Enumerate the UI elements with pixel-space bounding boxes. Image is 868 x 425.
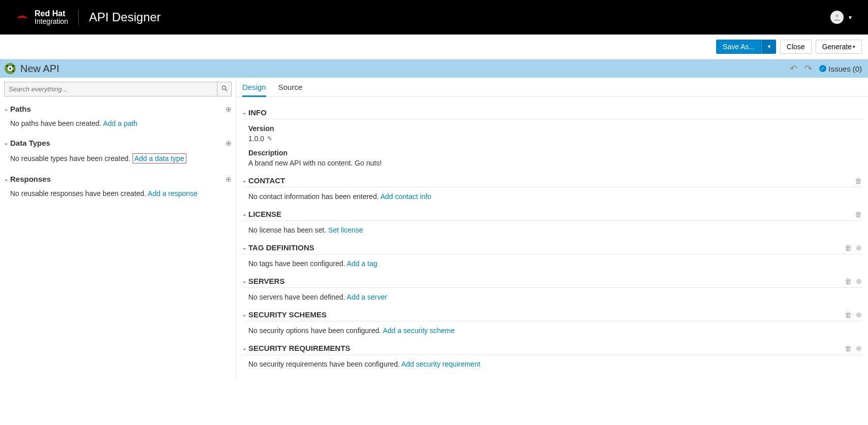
undo-icon[interactable]: ↶: [790, 63, 797, 74]
chevron-down-icon: ⌄: [242, 211, 246, 217]
chevron-down-icon: ⌄: [242, 312, 246, 317]
generate-button[interactable]: Generate▾: [816, 40, 862, 54]
contact-empty: No contact information has been entered.: [248, 192, 379, 201]
add-path-link[interactable]: Add a path: [103, 119, 138, 127]
header-right: ▼: [830, 11, 853, 24]
servers-header[interactable]: ⌄SERVERS 🗑⊕: [242, 277, 862, 288]
user-icon: [832, 13, 842, 22]
datatypes-header[interactable]: ⌄Data Types ⊕: [4, 137, 232, 149]
tags-title: TAG DEFINITIONS: [248, 243, 314, 252]
license-header[interactable]: ⌄LICENSE 🗑: [242, 210, 862, 221]
section-tags: ⌄TAG DEFINITIONS 🗑⊕ No tags have been co…: [242, 243, 862, 268]
add-security-req-link[interactable]: Add security requirement: [401, 360, 480, 368]
add-server-link[interactable]: Add a server: [347, 293, 387, 301]
brand-text: Red Hat Integration: [35, 10, 68, 25]
body-row: ⌄Paths ⊕ No paths have been created. Add…: [0, 78, 868, 378]
add-response-link[interactable]: Add a response: [148, 189, 198, 198]
section-security-schemes: ⌄SECURITY SCHEMES 🗑⊕ No security options…: [242, 310, 862, 335]
trash-icon[interactable]: 🗑: [845, 311, 852, 319]
close-button[interactable]: Close: [780, 40, 812, 54]
search-wrap: [4, 82, 232, 96]
plus-circle-icon[interactable]: ⊕: [856, 344, 862, 352]
tags-header[interactable]: ⌄TAG DEFINITIONS 🗑⊕: [242, 243, 862, 254]
search-button[interactable]: [217, 82, 231, 96]
paths-header[interactable]: ⌄Paths ⊕: [4, 103, 232, 115]
set-license-link[interactable]: Set license: [328, 226, 363, 234]
svg-point-1: [835, 14, 839, 17]
check-circle-icon: ✓: [819, 65, 826, 72]
trash-icon[interactable]: 🗑: [855, 177, 862, 185]
sidebar-responses: ⌄Responses ⊕ No reusable responses have …: [4, 173, 232, 198]
add-datatype-icon[interactable]: ⊕: [226, 139, 232, 147]
info-header[interactable]: ⌄INFO: [242, 108, 862, 119]
save-as-dropdown[interactable]: ▼: [761, 40, 776, 54]
add-contact-link[interactable]: Add contact info: [380, 192, 431, 201]
datatypes-empty: No reusable types have been created.: [10, 154, 131, 162]
sidebar-paths: ⌄Paths ⊕ No paths have been created. Add…: [4, 103, 232, 127]
titlebar-left: New API: [4, 62, 59, 75]
add-datatype-link[interactable]: Add a data type: [135, 154, 184, 162]
titlebar-right: ↶ ↷ ✓ Issues (0): [790, 63, 862, 74]
issues-indicator[interactable]: ✓ Issues (0): [819, 64, 862, 73]
save-as-group: Save As... ▼: [716, 40, 776, 54]
responses-header[interactable]: ⌄Responses ⊕: [4, 173, 232, 185]
action-toolbar: Save As... ▼ Close Generate▾: [0, 35, 868, 59]
chevron-down-icon: ⌄: [242, 110, 246, 115]
brand-logo: Red Hat Integration: [15, 10, 68, 25]
redo-icon[interactable]: ↷: [805, 63, 812, 74]
plus-circle-icon[interactable]: ⊕: [856, 277, 862, 285]
security-schemes-body: No security options have been configured…: [242, 321, 862, 335]
section-security-req: ⌄SECURITY REQUIREMENTS 🗑⊕ No security re…: [242, 344, 862, 368]
search-input[interactable]: [5, 82, 217, 96]
servers-title: SERVERS: [248, 277, 284, 285]
trash-icon[interactable]: 🗑: [855, 210, 862, 218]
trash-icon[interactable]: 🗑: [845, 277, 852, 285]
chevron-down-icon: ⌄: [242, 345, 246, 351]
save-as-button[interactable]: Save As...: [716, 40, 761, 54]
trash-icon[interactable]: 🗑: [845, 244, 852, 252]
security-req-header[interactable]: ⌄SECURITY REQUIREMENTS 🗑⊕: [242, 344, 862, 355]
security-schemes-header[interactable]: ⌄SECURITY SCHEMES 🗑⊕: [242, 310, 862, 321]
info-body: Version 1.0.0 ✎ Description A brand new …: [242, 119, 862, 167]
add-response-icon[interactable]: ⊕: [226, 175, 232, 183]
avatar[interactable]: [830, 11, 844, 24]
responses-body: No reusable responses have been created.…: [4, 185, 232, 198]
datatypes-title: Data Types: [10, 139, 50, 147]
security-schemes-title: SECURITY SCHEMES: [248, 310, 327, 319]
tab-design[interactable]: Design: [242, 83, 266, 97]
responses-title: Responses: [10, 175, 51, 183]
trash-icon[interactable]: 🗑: [845, 344, 852, 352]
contact-title: CONTACT: [248, 176, 285, 185]
version-label: Version: [248, 124, 862, 133]
divider: [78, 10, 79, 25]
info-title: INFO: [248, 108, 267, 117]
license-empty: No license has been set.: [248, 226, 326, 234]
app-header: Red Hat Integration API Designer ▼: [0, 0, 868, 35]
sidebar: ⌄Paths ⊕ No paths have been created. Add…: [0, 78, 236, 378]
tab-source[interactable]: Source: [278, 83, 303, 96]
user-menu-caret-icon[interactable]: ▼: [848, 15, 853, 20]
add-tag-link[interactable]: Add a tag: [347, 259, 377, 268]
brand-sub: Integration: [35, 18, 68, 25]
svg-point-8: [222, 86, 226, 89]
security-req-empty: No security requirements have been confi…: [248, 360, 400, 368]
section-servers: ⌄SERVERS 🗑⊕ No servers have been defined…: [242, 277, 862, 301]
add-path-icon[interactable]: ⊕: [226, 105, 232, 113]
page-title: New API: [20, 63, 59, 75]
brand-bold: Red Hat: [35, 10, 68, 18]
add-security-scheme-link[interactable]: Add a security scheme: [383, 326, 455, 335]
pencil-icon[interactable]: ✎: [267, 135, 272, 142]
plus-circle-icon[interactable]: ⊕: [856, 311, 862, 319]
app-title: API Designer: [89, 10, 160, 24]
plus-circle-icon[interactable]: ⊕: [856, 244, 862, 252]
version-value: 1.0.0: [248, 135, 264, 143]
svg-point-6: [12, 65, 14, 67]
chevron-down-icon: ⌄: [4, 140, 8, 146]
contact-header[interactable]: ⌄CONTACT 🗑: [242, 176, 862, 187]
contact-body: No contact information has been entered.…: [242, 187, 862, 201]
chevron-down-icon: ⌄: [4, 106, 8, 112]
svg-point-0: [17, 18, 28, 20]
header-left: Red Hat Integration API Designer: [15, 10, 161, 25]
license-body: No license has been set. Set license: [242, 221, 862, 234]
main-panel: Design Source ⌄INFO Version 1.0.0 ✎ Desc…: [236, 78, 868, 378]
